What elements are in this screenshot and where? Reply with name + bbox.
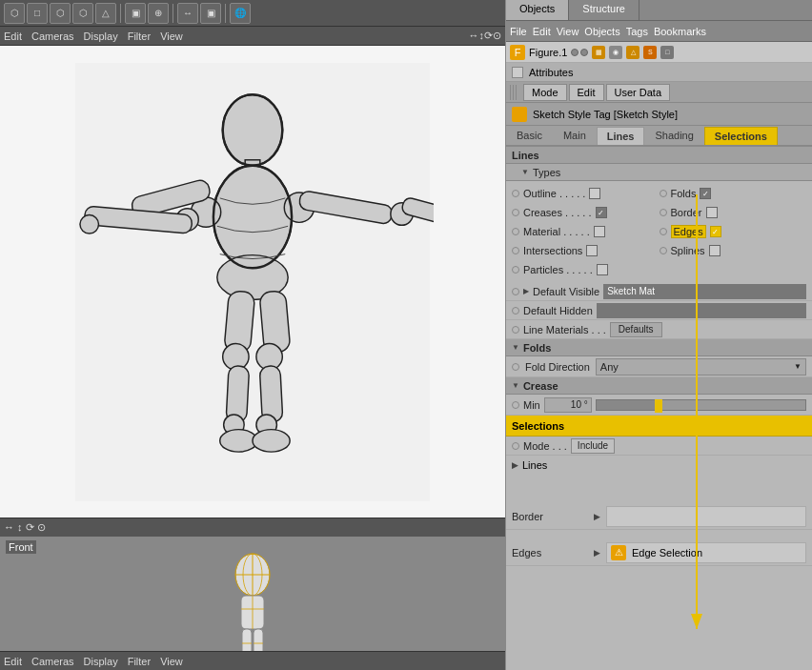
tool-icon-10[interactable]: 🌐	[230, 3, 251, 24]
tag-icon-checkered[interactable]: ▦	[592, 46, 605, 59]
attr-label: Attributes	[529, 67, 573, 78]
type-particles-cb[interactable]	[597, 264, 608, 275]
crease-slider[interactable]	[596, 399, 806, 411]
type-creases-label: Creases . . . . .	[523, 207, 592, 218]
type-outline-label: Outline . . . . .	[523, 188, 585, 199]
lines-section-header: Lines	[506, 147, 812, 164]
tab-main[interactable]: Main	[553, 126, 597, 145]
type-outline-cb[interactable]	[589, 188, 600, 199]
tool-icon-6[interactable]: ▣	[125, 3, 146, 24]
svg-point-19	[220, 429, 257, 451]
tool-icon-9[interactable]: ▣	[200, 3, 221, 24]
mgr-tags[interactable]: Tags	[626, 26, 648, 37]
crease-slider-thumb[interactable]	[655, 399, 662, 413]
type-intersections-dot	[512, 247, 519, 254]
type-border-cb[interactable]	[706, 207, 718, 218]
type-edges-cb[interactable]	[710, 226, 721, 237]
types-label: Types	[533, 167, 560, 178]
mgr-bookmarks[interactable]: Bookmarks	[654, 26, 706, 37]
object-dots	[571, 49, 588, 56]
tab-shading[interactable]: Shading	[644, 126, 703, 145]
tool-icon-8[interactable]: ↔	[177, 3, 198, 24]
type-edges-label: Edges	[671, 225, 706, 238]
menu-edit[interactable]: Edit	[4, 30, 22, 42]
tag-icon-sphere[interactable]: ◉	[609, 46, 622, 59]
bv-display[interactable]: Display	[84, 656, 118, 667]
menu-view[interactable]: View	[160, 30, 183, 42]
mode-row: Mode . . . Include	[506, 437, 812, 456]
tool-icon-1[interactable]: ⬡	[4, 3, 25, 24]
mode-button[interactable]: Mode	[523, 84, 567, 101]
type-folds-row: Folds	[660, 185, 807, 202]
attributes-header: Attributes	[506, 63, 812, 82]
tab-objects[interactable]: Objects	[506, 0, 569, 20]
bv-view[interactable]: View	[160, 656, 183, 667]
mode-value[interactable]: Include	[571, 438, 615, 454]
tag-title-bar: Sketch Style Tag [Sketch Style]	[506, 103, 812, 126]
mgr-edit[interactable]: Edit	[533, 26, 551, 37]
tag-title: Sketch Style Tag [Sketch Style]	[533, 109, 678, 120]
fold-direction-select[interactable]: Any ▼	[596, 358, 806, 376]
front-label: Front	[6, 540, 36, 554]
type-creases-cb[interactable]	[596, 207, 607, 218]
object-row[interactable]: F Figure.1 ▦ ◉ △ S □	[506, 42, 812, 63]
type-folds-dot	[660, 190, 667, 197]
bv-filter[interactable]: Filter	[128, 656, 151, 667]
defaults-button[interactable]: Defaults	[610, 322, 662, 337]
main-toolbar: ⬡ □ ⬡ ⬡ △ ▣ ⊕ ↔ ▣ 🌐	[0, 0, 505, 27]
object-manager-tabs: Objects Structure	[506, 0, 812, 21]
type-creases-row: Creases . . . . .	[512, 204, 660, 221]
type-outline-dot	[512, 190, 519, 197]
tag-icon-person[interactable]: △	[626, 46, 639, 59]
svg-point-8	[80, 214, 99, 233]
default-hidden-value[interactable]	[597, 303, 806, 318]
folds-triangle: ▼	[512, 343, 519, 352]
tool-icon-5[interactable]: △	[95, 3, 116, 24]
default-visible-value[interactable]: Sketch Mat	[603, 284, 806, 299]
attr-checkbox[interactable]	[512, 67, 523, 78]
mgr-file[interactable]: File	[510, 26, 527, 37]
edit-button[interactable]: Edit	[569, 84, 604, 101]
bottom-viewport: Front	[0, 537, 505, 670]
types-grid: Outline . . . . . Folds Creases . . . . …	[506, 181, 812, 282]
tab-selections[interactable]: Selections	[704, 127, 778, 145]
lines-sub-label: Lines	[522, 459, 547, 471]
tab-lines[interactable]: Lines	[597, 127, 645, 145]
object-icon: F	[510, 45, 525, 60]
user-data-button[interactable]: User Data	[606, 84, 671, 101]
bv-cameras[interactable]: Cameras	[31, 656, 74, 667]
crease-min-input[interactable]	[544, 397, 592, 413]
type-folds-cb[interactable]	[700, 188, 711, 199]
visible-arrow: ▶	[523, 287, 529, 295]
type-folds-label: Folds	[671, 188, 697, 199]
type-splines-cb[interactable]	[709, 245, 721, 256]
menu-display[interactable]: Display	[84, 30, 118, 42]
tag-icon-sketch[interactable]: S	[643, 46, 657, 59]
bottom-nav-icons: ↔ ↕ ⟳ ⊙	[4, 521, 46, 534]
front-view-area	[0, 537, 505, 670]
menu-filter[interactable]: Filter	[128, 30, 151, 42]
mgr-objects[interactable]: Objects	[584, 26, 619, 37]
type-material-cb[interactable]	[594, 226, 605, 237]
lines-sub-arrow: ▶	[512, 460, 518, 470]
properties-content: Lines ▼ Types Outline . . . . . Folds	[506, 147, 812, 670]
tab-structure[interactable]: Structure	[569, 0, 639, 20]
wireframe-figure	[214, 546, 291, 660]
lines-sub-row[interactable]: ▶ Lines	[506, 456, 812, 475]
bv-edit[interactable]: Edit	[4, 656, 22, 667]
tool-icon-7[interactable]: ⊕	[148, 3, 169, 24]
line-materials-label: Line Materials . . .	[523, 324, 606, 335]
tab-basic[interactable]: Basic	[506, 126, 553, 145]
type-particles-label: Particles . . . . .	[523, 264, 593, 275]
type-intersections-cb[interactable]	[586, 245, 598, 256]
tool-icon-2[interactable]: □	[27, 3, 48, 24]
mgr-view[interactable]: View	[557, 26, 579, 37]
border-label: Border	[512, 511, 588, 522]
tool-icon-4[interactable]: ⬡	[72, 3, 93, 24]
tool-icon-3[interactable]: ⬡	[50, 3, 71, 24]
menu-cameras[interactable]: Cameras	[31, 30, 74, 42]
tag-icon-extra[interactable]: □	[660, 46, 674, 59]
folds-label: Folds	[523, 342, 551, 354]
sketch-tag-icon	[512, 107, 527, 122]
type-border-dot	[660, 209, 667, 216]
